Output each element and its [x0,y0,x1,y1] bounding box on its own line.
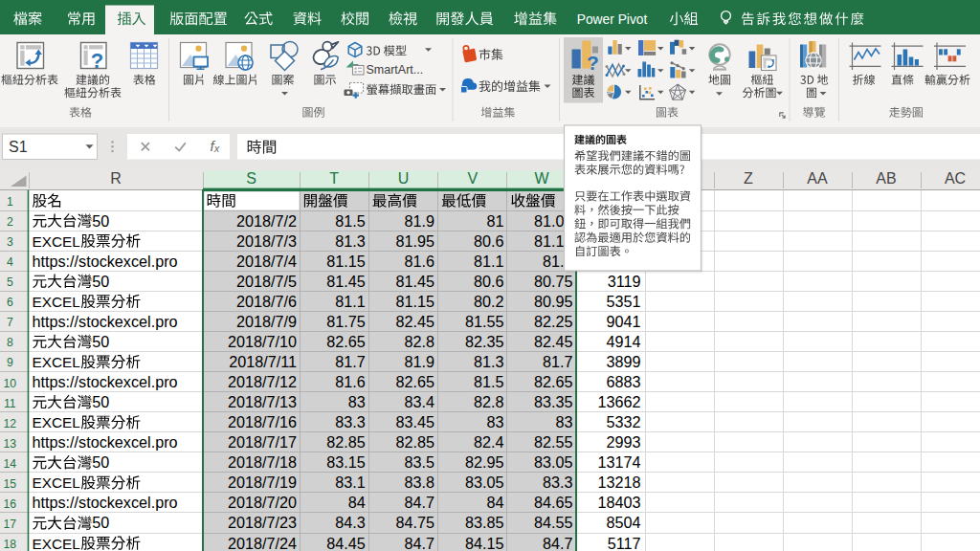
svg-text:50: 50 [92,514,109,531]
svg-text:50: 50 [92,273,109,290]
svg-text:3: 3 [7,235,13,249]
svg-text:8: 8 [7,336,13,349]
svg-text:1: 1 [7,195,13,209]
svg-text:16: 16 [4,497,17,511]
svg-text:AC: AC [945,170,966,187]
svg-text:6: 6 [7,296,13,309]
svg-text:10: 10 [4,377,17,390]
svg-text:13218: 13218 [597,474,640,491]
svg-text:S1: S1 [9,139,28,155]
svg-text:9: 9 [7,356,13,369]
svg-text:3899: 3899 [606,353,640,370]
svg-text:?: ? [91,49,103,73]
svg-text:EXCEL: EXCEL [33,474,80,491]
svg-text:R: R [110,170,122,187]
svg-text:Power Pivot: Power Pivot [577,12,648,27]
svg-text:3119: 3119 [608,273,641,290]
svg-text:13174: 13174 [597,453,640,471]
svg-text:AB: AB [876,170,896,187]
svg-text:https://stockexcel.pro: https://stockexcel.pro [33,313,178,330]
svg-text:14: 14 [4,457,17,471]
svg-text:5351: 5351 [606,293,640,310]
svg-text:https://stockexcel.pro: https://stockexcel.pro [33,494,178,511]
svg-text:https://stockexcel.pro: https://stockexcel.pro [33,433,178,451]
svg-text:5117: 5117 [608,535,641,551]
svg-text:EXCEL: EXCEL [33,414,80,430]
svg-text:50: 50 [92,333,109,350]
svg-text:7: 7 [7,316,13,329]
svg-text:?: ? [587,52,599,74]
svg-text:Z: Z [744,170,753,187]
svg-text:4914: 4914 [606,333,640,350]
svg-text:13662: 13662 [597,393,640,410]
svg-text:2: 2 [7,215,13,229]
svg-text:AA: AA [807,170,828,187]
svg-text:2993: 2993 [606,433,640,451]
svg-text:8504: 8504 [606,514,640,531]
svg-text:6883: 6883 [606,373,640,390]
svg-text:V: V [467,170,478,187]
svg-text:18403: 18403 [597,494,640,511]
svg-text:18: 18 [4,538,17,551]
svg-text:13: 13 [4,437,17,451]
svg-text:11: 11 [4,397,16,410]
svg-text:12: 12 [4,417,17,430]
svg-text:EXCEL: EXCEL [33,233,80,250]
svg-text:T: T [329,170,339,187]
svg-text:5332: 5332 [606,413,640,430]
svg-text:https://stockexcel.pro: https://stockexcel.pro [33,253,178,270]
svg-text:W: W [534,170,549,187]
svg-text:U: U [398,170,410,187]
svg-text:EXCEL: EXCEL [33,354,80,370]
svg-text:50: 50 [92,393,109,410]
svg-text:15: 15 [4,477,17,491]
svg-text:50: 50 [92,453,109,471]
svg-text:5: 5 [7,276,13,289]
svg-text:17: 17 [4,518,17,531]
svg-text:4: 4 [7,255,13,269]
svg-text:S: S [246,170,256,187]
svg-text:EXCEL: EXCEL [33,294,80,310]
svg-text:9041: 9041 [606,313,640,330]
svg-text:SmartArt...: SmartArt... [367,63,424,77]
svg-text:https://stockexcel.pro: https://stockexcel.pro [33,373,178,390]
svg-text:EXCEL: EXCEL [33,536,80,551]
svg-text:50: 50 [92,212,109,230]
